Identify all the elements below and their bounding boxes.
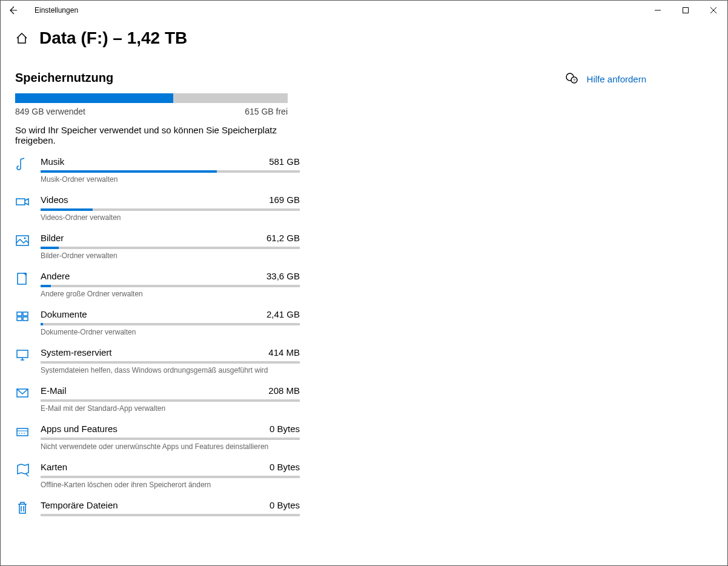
category-label: E-Mail [41,385,67,396]
category-size: 208 MB [268,385,300,396]
category-bar [41,323,300,325]
category-music[interactable]: Musik581 GBMusik-Ordner verwalten [15,156,300,184]
trash-icon [15,501,32,514]
category-size: 33,6 GB [266,271,300,281]
category-label: Videos [41,195,68,205]
category-label: Dokumente [41,309,87,319]
category-docs[interactable]: Dokumente2,41 GBDokumente-Ordner verwalt… [15,309,300,336]
minimize-button[interactable] [644,1,672,20]
help-label: Hilfe anfordern [587,74,646,84]
docs-icon [15,310,32,324]
free-label: 615 GB frei [245,107,288,116]
category-label: Apps und Features [41,424,117,434]
page-title: Data (F:) – 1,42 TB [39,28,187,48]
window-title: Einstellungen [35,6,78,15]
description-text: So wird Ihr Speicher verwendet und so kö… [15,125,288,145]
category-size: 0 Bytes [270,462,300,472]
titlebar: Einstellungen [1,1,727,20]
category-label: Bilder [41,233,64,243]
help-link[interactable]: Hilfe anfordern [565,72,646,85]
category-size: 61,2 GB [266,233,300,243]
category-size: 2,41 GB [266,309,300,319]
category-bar [41,361,300,364]
category-other[interactable]: Andere33,6 GBAndere große Ordner verwalt… [15,271,300,298]
back-button[interactable] [1,1,25,20]
category-system[interactable]: System-reserviert414 MBSystemdateien hel… [15,347,300,375]
apps-icon [15,425,32,438]
category-size: 0 Bytes [270,424,300,434]
category-bar [41,208,300,211]
category-sub: E-Mail mit der Standard-App verwalten [41,404,300,413]
storage-bar [15,93,288,103]
help-icon [565,72,578,85]
category-bar [41,285,300,287]
category-sub: Andere große Ordner verwalten [41,290,300,298]
category-label: System-reserviert [41,347,112,358]
category-bar [41,247,300,249]
category-sub: Nicht verwendete oder unerwünschte Apps … [41,442,300,451]
category-pictures[interactable]: Bilder61,2 GBBilder-Ordner verwalten [15,233,300,260]
category-bar [41,170,300,173]
section-title: Speichernutzung [15,71,300,85]
category-sub: Offline-Karten löschen oder ihren Speich… [41,481,300,489]
category-sub: Videos-Ordner verwalten [41,213,300,222]
category-size: 414 MB [268,347,300,358]
used-label: 849 GB verwendet [15,107,85,116]
category-label: Temporäre Dateien [41,500,118,510]
category-bar [41,399,300,402]
maximize-button[interactable] [672,1,700,20]
home-icon[interactable] [15,32,28,45]
video-icon [15,196,32,209]
category-bar [41,514,300,516]
category-video[interactable]: Videos169 GBVideos-Ordner verwalten [15,195,300,222]
category-size: 169 GB [269,195,300,205]
category-bar [41,438,300,440]
category-size: 0 Bytes [270,500,300,510]
category-mail[interactable]: E-Mail208 MBE-Mail mit der Standard-App … [15,385,300,413]
category-label: Karten [41,462,67,472]
category-label: Andere [41,271,70,281]
close-button[interactable] [700,1,727,20]
category-label: Musik [41,156,64,167]
pictures-icon [15,234,32,247]
category-sub: Bilder-Ordner verwalten [41,251,300,260]
svg-rect-14 [683,8,689,13]
music-icon [15,158,32,171]
category-size: 581 GB [269,156,300,167]
category-sub: Dokumente-Ordner verwalten [41,328,300,336]
category-trash[interactable]: Temporäre Dateien0 Bytes [15,500,300,519]
category-bar [41,476,300,478]
system-icon [15,348,32,362]
other-icon [15,272,32,285]
category-maps[interactable]: Karten0 BytesOffline-Karten löschen oder… [15,462,300,489]
maps-icon [15,463,32,476]
category-apps[interactable]: Apps und Features0 BytesNicht verwendete… [15,424,300,451]
mail-icon [15,387,32,400]
category-sub: Musik-Ordner verwalten [41,175,300,184]
category-sub: Systemdateien helfen, dass Windows ordnu… [41,366,300,375]
